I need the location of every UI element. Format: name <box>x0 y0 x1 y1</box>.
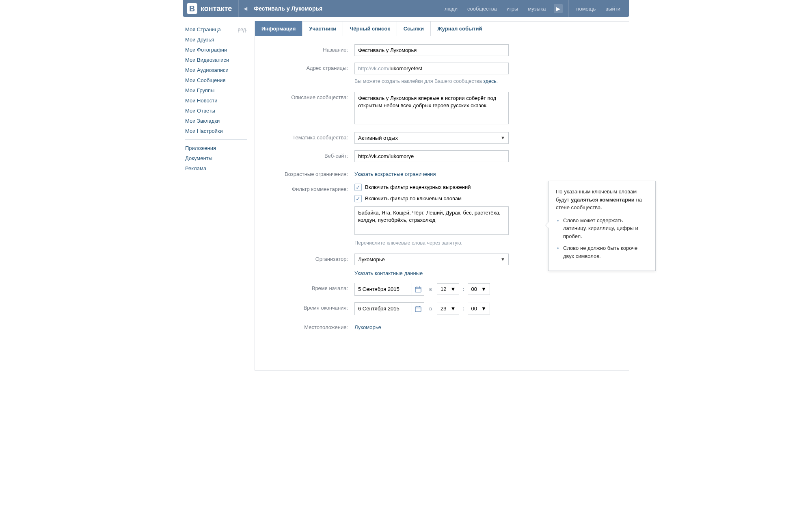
sidebar-item-label: Мои Ответы <box>185 108 215 114</box>
sidebar-item-label: Мои Видеозаписи <box>185 57 229 63</box>
profanity-filter-label: Включить фильтр нецензурных выражений <box>365 184 471 190</box>
logo-text: контакте <box>201 4 232 13</box>
location-link[interactable]: Лукоморье <box>354 324 381 330</box>
sidebar-settings[interactable]: Мои Настройки <box>183 126 250 136</box>
nav-games[interactable]: игры <box>502 6 523 12</box>
tab-log[interactable]: Журнал событий <box>430 21 488 36</box>
address-input-wrap: http://vk.com/ <box>354 63 509 74</box>
sidebar-item-label: Моя Страница <box>185 26 221 33</box>
start-time-label: Время начала: <box>255 283 354 291</box>
sidebar-item-label: Реклама <box>185 165 206 171</box>
logo-icon: В <box>187 3 197 14</box>
nav-music[interactable]: музыка <box>523 6 551 12</box>
chevron-down-icon: ▼ <box>501 257 505 262</box>
sidebar-item-label: Мои Группы <box>185 87 214 93</box>
nav-people[interactable]: люди <box>440 6 462 12</box>
name-input[interactable] <box>354 44 509 56</box>
svg-rect-4 <box>415 307 421 312</box>
sidebar-apps[interactable]: Приложения <box>183 143 250 153</box>
tab-bar: Информация Участники Чёрный список Ссылк… <box>255 21 629 36</box>
sidebar-item-label: Мои Друзья <box>185 37 214 43</box>
sidebar-videos[interactable]: Мои Видеозаписи <box>183 55 250 65</box>
sidebar-item-label: Приложения <box>185 145 216 151</box>
tabs-filler <box>488 21 629 36</box>
sidebar-news[interactable]: Мои Новости <box>183 95 250 106</box>
at-label: в <box>427 306 434 312</box>
sidebar-item-label: Мои Закладки <box>185 118 220 124</box>
end-hour-select[interactable]: 23 ▼ <box>437 303 459 314</box>
nav-logout[interactable]: выйти <box>600 6 625 12</box>
age-restrictions-link[interactable]: Указать возрастные ограничения <box>354 171 436 177</box>
address-hint: Вы можете создать наклейки для Вашего со… <box>354 78 509 85</box>
keywords-input[interactable] <box>354 206 509 235</box>
description-label: Описание сообщества: <box>255 92 354 100</box>
sidebar-item-label: Мои Настройки <box>185 128 223 134</box>
topic-label: Тематика сообщества: <box>255 132 354 141</box>
keyword-filter-checkbox[interactable]: ✓ <box>354 195 362 202</box>
start-date-field <box>354 283 424 296</box>
sidebar-messages[interactable]: Мои Сообщения <box>183 75 250 85</box>
page-title[interactable]: Фестиваль у Лукоморья <box>250 5 326 12</box>
top-header: В контакте ◀ Фестиваль у Лукоморья люди … <box>183 0 629 17</box>
organizer-label: Организатор: <box>255 254 354 262</box>
tab-members[interactable]: Участники <box>302 21 343 36</box>
contact-data-link[interactable]: Указать контактные данные <box>354 270 423 276</box>
chevron-down-icon: ▼ <box>450 306 456 312</box>
sidebar-item-label: Мои Фотографии <box>185 47 227 53</box>
end-minute-select[interactable]: 00 ▼ <box>468 303 490 314</box>
logo[interactable]: В контакте <box>187 3 236 14</box>
name-label: Название: <box>255 44 354 53</box>
topic-select[interactable]: Активный отдых ▼ <box>354 132 509 144</box>
description-input[interactable] <box>354 92 509 124</box>
calendar-icon[interactable] <box>412 283 424 295</box>
keywords-hint: Перечислите ключевые слова через запятую… <box>354 239 509 247</box>
media-forward-button[interactable]: ▶ <box>554 4 563 13</box>
sidebar-item-label: Мои Аудиозаписи <box>185 67 229 73</box>
start-date-input[interactable] <box>355 284 412 295</box>
organizer-value: Лукоморье <box>358 256 385 262</box>
address-input[interactable] <box>389 63 508 74</box>
calendar-icon[interactable] <box>412 303 424 315</box>
organizer-select[interactable]: Лукоморье ▼ <box>354 254 509 265</box>
sidebar-separator <box>185 139 247 140</box>
sidebar-edit-link[interactable]: ред. <box>238 27 247 33</box>
sidebar-bookmarks[interactable]: Мои Закладки <box>183 116 250 126</box>
start-hour-select[interactable]: 12 ▼ <box>437 283 459 295</box>
website-label: Веб-сайт: <box>255 150 354 159</box>
address-label: Адрес страницы: <box>255 63 354 71</box>
tab-blacklist[interactable]: Чёрный список <box>343 21 397 36</box>
address-prefix: http://vk.com/ <box>355 63 389 74</box>
profanity-filter-checkbox[interactable]: ✓ <box>354 184 362 191</box>
tab-info[interactable]: Информация <box>255 21 302 36</box>
left-sidebar: Моя Страница ред. Мои Друзья Мои Фотогра… <box>183 21 250 371</box>
time-colon: : <box>462 286 465 292</box>
sidebar-ads[interactable]: Реклама <box>183 163 250 173</box>
end-time-label: Время окончания: <box>255 302 354 311</box>
end-date-input[interactable] <box>355 303 412 314</box>
chevron-down-icon: ▼ <box>481 306 486 312</box>
tab-links[interactable]: Ссылки <box>397 21 430 36</box>
nav-back-icon[interactable]: ◀ <box>241 6 250 11</box>
nav-communities[interactable]: сообщества <box>462 6 502 12</box>
website-input[interactable] <box>354 150 509 162</box>
sidebar-groups[interactable]: Мои Группы <box>183 85 250 95</box>
sidebar-answers[interactable]: Мои Ответы <box>183 106 250 116</box>
start-minute-select[interactable]: 00 ▼ <box>468 283 490 295</box>
end-date-field <box>354 302 424 315</box>
sidebar-photos[interactable]: Мои Фотографии <box>183 45 250 55</box>
sidebar-my-page[interactable]: Моя Страница ред. <box>183 24 250 35</box>
topic-value: Активный отдых <box>358 135 398 141</box>
filter-label: Фильтр комментариев: <box>255 184 354 192</box>
nav-help[interactable]: помощь <box>571 6 600 12</box>
tooltip-rule-2: Слово не должно быть короче двух символо… <box>563 244 648 260</box>
sidebar-friends[interactable]: Мои Друзья <box>183 35 250 45</box>
tooltip-rule-1: Слово может содержать латиницу, кириллиц… <box>563 217 648 241</box>
sidebar-item-label: Мои Новости <box>185 98 217 104</box>
sidebar-docs[interactable]: Документы <box>183 153 250 163</box>
sidebar-audio[interactable]: Мои Аудиозаписи <box>183 65 250 75</box>
chevron-down-icon: ▼ <box>481 286 486 292</box>
sidebar-item-label: Мои Сообщения <box>185 77 226 83</box>
divider <box>238 0 239 17</box>
sidebar-item-label: Документы <box>185 155 212 161</box>
stickers-link[interactable]: здесь <box>483 78 496 84</box>
